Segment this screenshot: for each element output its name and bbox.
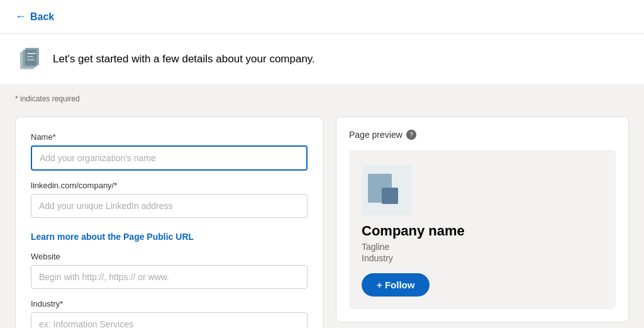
svg-rect-5 <box>27 59 35 60</box>
top-navigation: ← Back <box>0 0 644 34</box>
learn-more-link[interactable]: Learn more about the Page Public URL <box>31 232 194 242</box>
name-label: Name* <box>31 132 308 142</box>
required-note: * indicates required <box>15 94 80 103</box>
back-link[interactable]: ← Back <box>15 10 54 23</box>
company-name-preview: Company name <box>362 223 465 239</box>
url-field-group: linkedin.com/company/* <box>31 181 308 218</box>
company-icon-svg <box>15 45 43 73</box>
name-input[interactable] <box>31 145 308 171</box>
website-label: Website <box>31 252 308 261</box>
company-logo-svg <box>362 165 412 215</box>
header-text: Let's get started with a few details abo… <box>53 53 315 65</box>
main-content: Name* linkedin.com/company/* Learn more … <box>0 106 644 328</box>
header-section: Let's get started with a few details abo… <box>0 34 644 85</box>
back-arrow-icon: ← <box>15 10 26 23</box>
help-icon[interactable]: ? <box>406 130 416 140</box>
svg-rect-3 <box>27 53 36 54</box>
industry-label: Industry* <box>31 299 308 308</box>
follow-button[interactable]: + Follow <box>362 273 430 297</box>
company-logo-placeholder <box>362 165 412 215</box>
preview-card: Company name Tagline Industry + Follow <box>349 150 616 309</box>
header-icon <box>15 45 43 73</box>
url-label: linkedin.com/company/* <box>31 181 308 190</box>
url-input[interactable] <box>31 194 308 218</box>
tagline-preview: Tagline <box>362 242 389 252</box>
svg-rect-8 <box>382 188 398 204</box>
website-input[interactable] <box>31 265 308 289</box>
svg-rect-4 <box>27 56 33 57</box>
name-field-group: Name* <box>31 132 308 171</box>
preview-panel: Page preview ? Company name Tagline Indu… <box>336 116 629 322</box>
preview-title-row: Page preview ? <box>349 130 616 140</box>
form-panel: Name* linkedin.com/company/* Learn more … <box>15 116 323 328</box>
industry-input[interactable] <box>31 312 308 328</box>
website-field-group: Website <box>31 252 308 289</box>
back-label: Back <box>30 11 54 23</box>
preview-title: Page preview <box>349 130 402 140</box>
industry-field-group: Industry* <box>31 299 308 328</box>
industry-preview: Industry <box>362 253 393 263</box>
